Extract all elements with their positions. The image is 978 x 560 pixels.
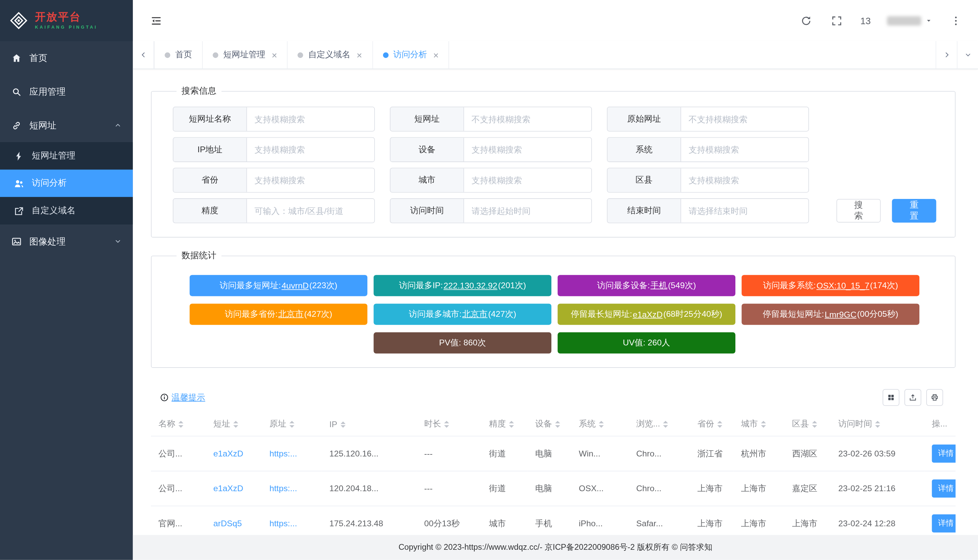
tab-close-icon[interactable]: ×: [433, 50, 439, 59]
sort-icon[interactable]: [178, 421, 184, 427]
tab-1[interactable]: 短网址管理 ×: [203, 41, 288, 69]
column-header-4[interactable]: 时长: [417, 412, 482, 436]
sidebar-item-visit-analysis[interactable]: 访问分析: [0, 170, 133, 197]
column-header-8[interactable]: 浏览...: [629, 412, 690, 436]
column-header-5[interactable]: 精度: [482, 412, 527, 436]
fullscreen-button[interactable]: [830, 13, 844, 28]
column-header-9[interactable]: 省份: [690, 412, 733, 436]
field-input-0[interactable]: [247, 107, 374, 131]
field-input-3[interactable]: [247, 138, 374, 162]
sidebar-item-short-url[interactable]: 短网址: [0, 108, 133, 142]
detail-button[interactable]: 详情: [932, 514, 956, 532]
more-menu-button[interactable]: [949, 13, 963, 28]
stat-pill-1[interactable]: 访问最多IP: 222.130.32.92(201次): [374, 275, 551, 296]
sort-icon[interactable]: [340, 422, 345, 428]
cell-system: iPho...: [571, 506, 629, 535]
stat-link[interactable]: 4uvrnD: [282, 281, 309, 290]
field-input-1[interactable]: [464, 107, 591, 131]
image-icon: [11, 236, 22, 247]
logo[interactable]: 开放平台 KAIFANG PINGTAI: [0, 0, 133, 41]
tabs-menu-button[interactable]: [957, 41, 978, 69]
sort-icon[interactable]: [812, 421, 817, 427]
sort-icon[interactable]: [875, 421, 880, 427]
field-input-5[interactable]: [681, 138, 808, 162]
field-input-7[interactable]: [464, 168, 591, 192]
sort-icon[interactable]: [717, 421, 723, 427]
stat-link[interactable]: 手机: [651, 280, 667, 291]
tab-3[interactable]: 访问分析 ×: [373, 41, 449, 69]
column-header-11[interactable]: 区县: [785, 412, 831, 436]
stat-link[interactable]: 北京市: [462, 308, 487, 320]
stat-link[interactable]: e1aXzD: [633, 310, 663, 319]
stat-pill-5[interactable]: 访问最多城市: 北京市(427次): [374, 303, 551, 325]
sort-icon[interactable]: [289, 421, 294, 427]
short-url-link[interactable]: arDSq5: [213, 519, 242, 528]
sidebar: 开放平台 KAIFANG PINGTAI 首页 应用管理 短网址 短网址管理 访…: [0, 0, 133, 560]
field-input-2[interactable]: [681, 107, 808, 131]
column-header-7[interactable]: 系统: [571, 412, 629, 436]
tab-close-icon[interactable]: ×: [272, 50, 277, 59]
stat-link[interactable]: Lmr9GC: [824, 310, 856, 319]
column-header-2[interactable]: 原址: [262, 412, 322, 436]
refresh-button[interactable]: [799, 13, 813, 28]
stat-pill-8[interactable]: PV值: 860次: [374, 332, 551, 353]
column-header-6[interactable]: 设备: [528, 412, 571, 436]
reset-button[interactable]: 重 置: [892, 199, 936, 223]
field-input-8[interactable]: [681, 168, 808, 192]
sort-icon[interactable]: [444, 421, 449, 427]
search-button[interactable]: 搜 索: [836, 199, 881, 223]
sort-icon[interactable]: [599, 421, 604, 427]
tab-close-icon[interactable]: ×: [357, 50, 362, 59]
print-button[interactable]: [926, 389, 943, 406]
stat-link[interactable]: 222.130.32.92: [444, 281, 497, 290]
export-button[interactable]: [905, 389, 921, 406]
search-field-0: 短网址名称: [173, 107, 375, 132]
stat-pill-2[interactable]: 访问最多设备: 手机(549次): [557, 275, 735, 296]
origin-url-link[interactable]: https:...: [270, 449, 297, 458]
detail-button[interactable]: 详情: [932, 480, 956, 498]
short-url-link[interactable]: e1aXzD: [213, 484, 243, 493]
sidebar-item-custom-domain[interactable]: 自定义域名: [0, 197, 133, 225]
sort-icon[interactable]: [555, 421, 560, 427]
stat-pill-3[interactable]: 访问最多系统: OSX:10_15_7(174次): [741, 275, 920, 296]
stat-link[interactable]: 北京市: [279, 308, 304, 320]
field-input-11[interactable]: [681, 199, 808, 223]
stat-pill-9[interactable]: UV值: 260人: [557, 332, 735, 353]
stat-pill-6[interactable]: 停留最长短网址: e1aXzD(68时25分40秒): [557, 303, 735, 325]
sort-icon[interactable]: [663, 421, 668, 427]
stat-pill-7[interactable]: 停留最短短网址: Lmr9GC(00分05秒): [741, 303, 920, 325]
stat-pill-4[interactable]: 访问最多省份: 北京市(427次): [189, 303, 367, 325]
field-input-9[interactable]: [247, 199, 374, 223]
origin-url-link[interactable]: https:...: [270, 484, 297, 493]
column-header-0[interactable]: 名称: [151, 412, 206, 436]
sort-icon[interactable]: [509, 421, 514, 427]
sidebar-fold-button[interactable]: [148, 12, 165, 29]
sidebar-item-home[interactable]: 首页: [0, 41, 133, 75]
column-header-3[interactable]: IP: [322, 412, 416, 436]
sort-icon[interactable]: [234, 421, 239, 427]
sidebar-item-short-url-manage[interactable]: 短网址管理: [0, 142, 133, 170]
user-dropdown[interactable]: [887, 16, 933, 25]
tabs-scroll-left-button[interactable]: [133, 41, 154, 69]
field-input-6[interactable]: [247, 168, 374, 192]
column-header-13[interactable]: 操...: [925, 412, 956, 436]
field-input-4[interactable]: [464, 138, 591, 162]
sidebar-item-app-manage[interactable]: 应用管理: [0, 75, 133, 109]
tab-2[interactable]: 自定义域名 ×: [288, 41, 372, 69]
column-header-1[interactable]: 短址: [206, 412, 262, 436]
info-icon: [160, 393, 169, 402]
stat-link[interactable]: OSX:10_15_7: [816, 281, 869, 290]
detail-button[interactable]: 详情: [932, 445, 956, 463]
sort-icon[interactable]: [761, 421, 766, 427]
short-url-link[interactable]: e1aXzD: [213, 449, 243, 458]
column-header-10[interactable]: 城市: [734, 412, 785, 436]
origin-url-link[interactable]: https:...: [270, 519, 297, 528]
sidebar-item-image-process[interactable]: 图像处理: [0, 225, 133, 258]
column-header-12[interactable]: 访问时间: [831, 412, 925, 436]
field-input-10[interactable]: [464, 199, 591, 223]
tabs-scroll-right-button[interactable]: [936, 41, 957, 69]
columns-button[interactable]: [883, 389, 899, 406]
tip-link[interactable]: 温馨提示: [160, 392, 205, 403]
tab-0[interactable]: 首页: [154, 41, 203, 69]
stat-pill-0[interactable]: 访问最多短网址: 4uvrnD(223次): [189, 275, 367, 296]
